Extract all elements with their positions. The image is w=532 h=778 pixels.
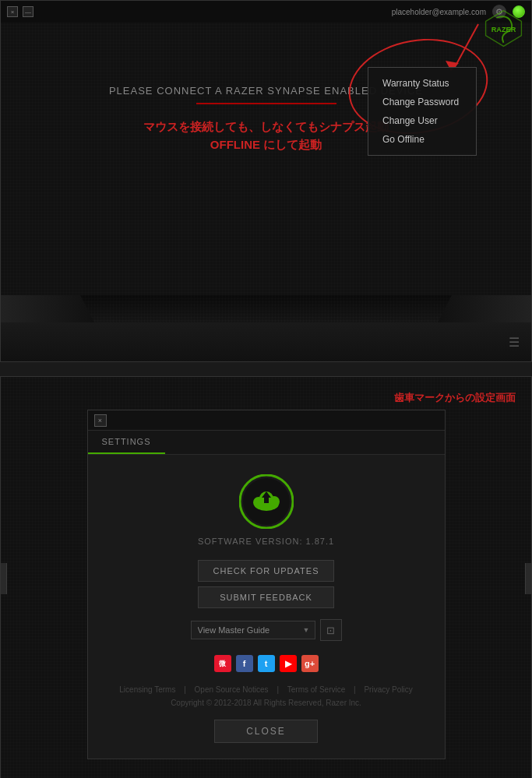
razer-logo-icon: RAZER [482,7,525,50]
annotation-text-1: マウスを接続しても、しなくてもシナプス起動 [143,120,389,135]
facebook-icon[interactable]: f [236,655,253,672]
cloud-icon-wrap [104,474,429,529]
side-handle-left [1,563,7,594]
view-guide-select[interactable]: View Master Guide [191,621,315,639]
dropdown-go-offline[interactable]: Go Offline [368,130,476,149]
annotation-text-2: OFFLINE にして起動 [210,138,322,153]
top-panel: × — placeholder@example.com ⚙ RAZER Warr… [0,0,532,362]
red-divider [196,103,336,104]
guide-select-wrap: View Master Guide ▼ [191,621,315,639]
settings-close-btn[interactable]: × [94,414,107,427]
settings-window: × SETTINGS [87,410,446,759]
close-btn-wrap: CLOSE [104,720,429,743]
footer-sep-1: | [184,685,188,694]
terms-link[interactable]: Terms of Service [287,685,345,694]
dropdown-change-password[interactable]: Change Password [368,93,476,111]
open-source-link[interactable]: Open Source Notices [195,685,269,694]
settings-content: SOFTWARE VERSION: 1.87.1 CHECK FOR UPDAT… [88,455,445,759]
privacy-link[interactable]: Privacy Policy [364,685,412,694]
check-updates-button[interactable]: CHECK FOR UPDATES [198,560,334,582]
minimize-window-btn[interactable]: — [23,6,33,17]
settings-tab-bar: SETTINGS [88,431,445,455]
user-email: placeholder@example.com [392,8,486,16]
settings-annotation: 歯車マークからの設定画面 [394,391,516,405]
copyright-text: Copyright © 2012-2018 All Rights Reserve… [104,699,429,707]
top-titlebar: × — placeholder@example.com ⚙ [1,1,531,23]
close-button[interactable]: CLOSE [214,720,318,743]
strip-right-decor [438,295,531,322]
guide-link-button[interactable]: ⊡ [320,619,342,641]
licensing-terms-link[interactable]: Licensing Terms [119,685,175,694]
svg-rect-11 [264,497,269,503]
weibo-icon[interactable]: 微 [214,655,231,672]
googleplus-icon[interactable]: g+ [301,655,319,672]
social-row: 微 f t ▶ g+ [104,655,429,672]
tab-settings[interactable]: SETTINGS [88,431,165,454]
hamburger-icon[interactable]: ☰ [509,335,520,350]
submit-feedback-button[interactable]: SUBMIT FEEDBACK [198,586,334,608]
software-version: SOFTWARE VERSION: 1.87.1 [104,537,429,546]
dropdown-warranty-status[interactable]: Warranty Status [368,74,476,93]
titlebar-left: × — [7,6,33,17]
close-window-btn[interactable]: × [7,6,18,17]
footer-sep-2: | [277,685,280,694]
cloud-icon [239,474,294,529]
dropdown-change-user[interactable]: Change User [368,111,476,130]
view-guide-row: View Master Guide ▼ ⊡ [104,619,429,641]
svg-line-2 [455,24,478,67]
bottom-panel: 歯車マークからの設定画面 × SETTINGS [0,376,532,778]
side-handle-right [525,563,531,594]
top-panel-footer: ☰ [1,322,531,361]
panels-gap [0,362,532,376]
settings-titlebar: × [88,410,445,431]
svg-point-9 [269,496,280,507]
top-panel-footer-inner: ☰ [1,322,531,361]
footer-links: Licensing Terms | Open Source Notices | … [104,683,429,696]
razer-logo-area: RAZER [482,7,525,53]
dropdown-menu: Warranty Status Change Password Change U… [368,67,477,156]
strip-left-decor [1,295,94,322]
footer-sep-3: | [354,685,358,694]
youtube-icon[interactable]: ▶ [280,655,297,672]
twitter-icon[interactable]: t [258,655,275,672]
